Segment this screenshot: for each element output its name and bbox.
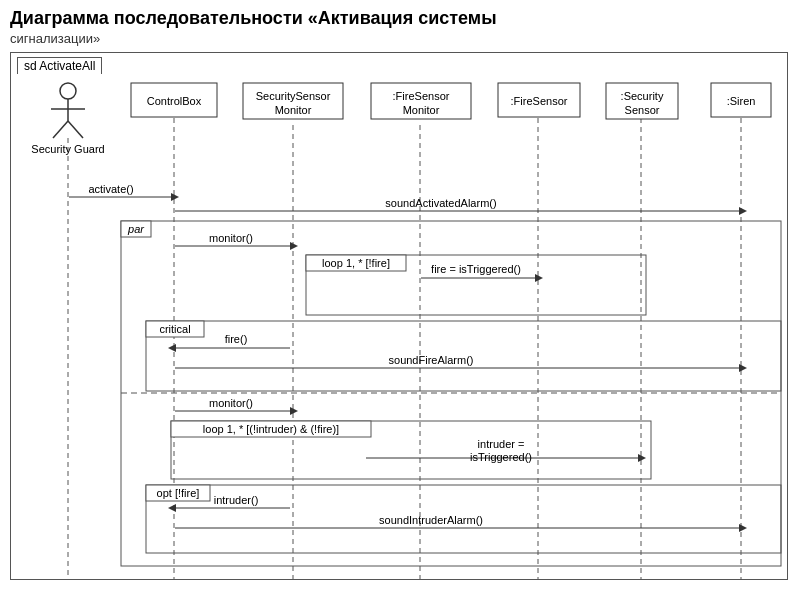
svg-text::Security: :Security [621, 90, 664, 102]
svg-rect-26 [498, 83, 580, 117]
svg-text:activate(): activate() [88, 183, 133, 195]
svg-line-17 [68, 121, 83, 138]
svg-text:Monitor: Monitor [403, 104, 440, 116]
svg-text:fire(): fire() [225, 333, 248, 345]
svg-text:opt [!fire]: opt [!fire] [157, 487, 200, 499]
svg-marker-60 [168, 504, 176, 512]
svg-text:monitor(): monitor() [209, 232, 253, 244]
svg-text::FireSensor: :FireSensor [511, 95, 568, 107]
svg-rect-65 [121, 221, 151, 237]
svg-marker-47 [168, 344, 176, 352]
svg-rect-11 [171, 421, 651, 479]
svg-rect-12 [146, 485, 781, 553]
svg-rect-69 [146, 321, 204, 337]
svg-text:ControlBox: ControlBox [147, 95, 202, 107]
svg-rect-28 [606, 83, 678, 119]
svg-rect-31 [711, 83, 771, 117]
svg-rect-18 [131, 83, 217, 117]
svg-rect-71 [171, 421, 371, 437]
svg-text:par: par [127, 223, 145, 235]
svg-marker-50 [739, 364, 747, 372]
svg-marker-53 [290, 407, 298, 415]
svg-text:critical: critical [159, 323, 190, 335]
svg-rect-23 [371, 83, 471, 119]
svg-rect-73 [146, 485, 210, 501]
svg-text::Siren: :Siren [727, 95, 756, 107]
svg-text:Monitor: Monitor [275, 104, 312, 116]
svg-text::FireSensor: :FireSensor [393, 90, 450, 102]
svg-text:loop 1, * [(!intruder) & (!fir: loop 1, * [(!intruder) & (!fire)] [203, 423, 339, 435]
svg-marker-38 [739, 207, 747, 215]
svg-marker-63 [739, 524, 747, 532]
page-title: Диаграмма последовательности «Активация … [0, 0, 800, 31]
svg-text:SecuritySensor: SecuritySensor [256, 90, 331, 102]
svg-marker-41 [290, 242, 298, 250]
svg-marker-44 [535, 274, 543, 282]
svg-text:isTriggered(): isTriggered() [470, 451, 532, 463]
svg-rect-7 [121, 221, 781, 566]
svg-text:fire = isTriggered(): fire = isTriggered() [431, 263, 521, 275]
svg-text:Security Guard: Security Guard [31, 143, 104, 155]
svg-text:loop 1, * [!fire]: loop 1, * [!fire] [322, 257, 390, 269]
svg-text:soundActivatedAlarm(): soundActivatedAlarm() [385, 197, 496, 209]
page-subtitle: сигнализации» [0, 31, 800, 52]
svg-text:soundFireAlarm(): soundFireAlarm() [389, 354, 474, 366]
svg-text:intruder(): intruder() [214, 494, 259, 506]
svg-rect-8 [306, 255, 646, 315]
svg-text:soundIntruderAlarm(): soundIntruderAlarm() [379, 514, 483, 526]
svg-point-13 [60, 83, 76, 99]
svg-text:intruder =: intruder = [478, 438, 525, 450]
svg-text:monitor(): monitor() [209, 397, 253, 409]
diagram-svg: ControlBox SecuritySensor Monitor :FireS… [11, 53, 787, 579]
sd-label: sd ActivateAll [17, 57, 102, 74]
svg-text:Sensor: Sensor [625, 104, 660, 116]
svg-rect-67 [306, 255, 406, 271]
svg-marker-35 [171, 193, 179, 201]
svg-line-16 [53, 121, 68, 138]
svg-rect-9 [146, 321, 781, 391]
diagram-container: sd ActivateAll [10, 52, 788, 580]
svg-marker-56 [638, 454, 646, 462]
svg-rect-20 [243, 83, 343, 119]
